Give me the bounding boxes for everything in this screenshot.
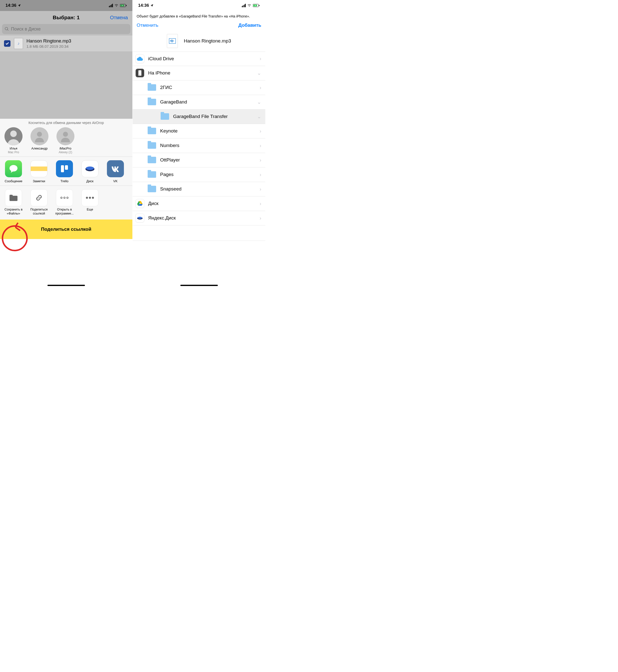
chevron-right-icon: ›: [260, 186, 261, 192]
folder-row[interactable]: OttPlayer ›: [133, 153, 265, 168]
folder-label: Pages: [160, 172, 260, 177]
action-share-link[interactable]: Поделиться ссылкой: [28, 189, 49, 216]
vk-icon: [107, 160, 124, 177]
battery-icon: [253, 4, 260, 7]
svg-point-25: [138, 217, 142, 219]
folder-icon: [5, 189, 22, 206]
folder-label: GarageBand: [160, 99, 257, 105]
cancel-button[interactable]: Отменить: [137, 22, 159, 28]
location-icon: [150, 4, 153, 7]
svg-rect-20: [259, 5, 259, 6]
contact-sub: Mac Pro: [3, 151, 24, 154]
folder-row[interactable]: Keynote ›: [133, 124, 265, 139]
share-app-vk[interactable]: VK: [105, 160, 126, 183]
folder-row[interactable]: Snapseed ›: [133, 182, 265, 196]
airdrop-contact[interactable]: iMacPro Alexey (2): [55, 127, 76, 154]
avatar-icon: [4, 127, 22, 145]
battery-icon: [120, 4, 127, 7]
share-app-notes[interactable]: Заметки: [28, 160, 49, 183]
status-bar: 14:36: [133, 0, 265, 11]
folder-icon: [147, 83, 156, 92]
cancel-button[interactable]: Отмена: [110, 15, 128, 20]
destination-notice: Объект будет добавлен в «GarageBand File…: [133, 11, 265, 21]
app-label: Диск: [80, 179, 100, 183]
svg-point-15: [86, 197, 88, 199]
share-app-trello[interactable]: Trello: [54, 160, 75, 183]
location-icloud[interactable]: iCloud Drive ›: [133, 52, 265, 66]
file-preview: Hanson Ringtone.mp3: [133, 32, 265, 52]
svg-rect-8: [61, 165, 64, 172]
icloud-icon: [136, 55, 144, 63]
file-row[interactable]: ♪ Hanson Ringtone.mp3 1.8 МБ 08.07.2019 …: [0, 35, 132, 52]
share-link-button[interactable]: Поделиться ссылкой: [0, 220, 132, 239]
svg-rect-2: [126, 5, 126, 6]
yadisk-icon: [136, 214, 144, 222]
folder-row[interactable]: GarageBand ⌄: [133, 95, 265, 109]
messages-icon: [5, 160, 22, 177]
svg-point-13: [64, 197, 65, 198]
search-input[interactable]: Поиск в Диске: [2, 24, 130, 34]
folder-icon: [147, 98, 156, 106]
yadisk-icon: [82, 160, 98, 177]
airdrop-contact[interactable]: Александр: [29, 127, 50, 154]
folder-row-selected[interactable]: GarageBand File Transfer ⌄: [133, 109, 265, 124]
svg-point-11: [86, 167, 94, 170]
chevron-right-icon: ›: [260, 201, 261, 206]
svg-point-23: [140, 75, 140, 76]
svg-point-6: [63, 132, 68, 137]
contact-name: Илья: [3, 147, 24, 151]
signal-icon: [242, 4, 246, 7]
action-label: Еще: [80, 208, 100, 212]
notes-icon: [30, 160, 47, 177]
phone-icon: [136, 69, 144, 77]
action-more[interactable]: Еще: [80, 189, 100, 216]
action-save-to-files[interactable]: Сохранить в «Файлы»: [3, 189, 24, 216]
chevron-right-icon: ›: [260, 56, 261, 62]
chevron-down-icon: ⌄: [257, 113, 261, 119]
folder-row[interactable]: Pages ›: [133, 168, 265, 182]
location-on-iphone[interactable]: На iPhone ⌄: [133, 66, 265, 81]
home-indicator[interactable]: [47, 285, 85, 286]
svg-point-5: [37, 132, 42, 137]
location-gdrive[interactable]: Диск ›: [133, 196, 265, 211]
folder-icon: [147, 127, 156, 135]
contact-name: iMacPro: [55, 147, 76, 151]
folder-icon: [161, 112, 169, 121]
contact-sub: Alexey (2): [55, 151, 76, 154]
home-indicator[interactable]: [180, 285, 218, 286]
trello-icon: [56, 160, 73, 177]
audio-file-icon: ♪: [14, 38, 23, 49]
share-app-messages[interactable]: Сообщение: [3, 160, 24, 183]
more-icon: [82, 189, 98, 206]
folder-row[interactable]: Numbers ›: [133, 139, 265, 153]
location-icon: [17, 4, 21, 7]
nav-title: Выбран: 1: [53, 14, 80, 20]
file-meta: 1.8 МБ 08.07.2019 20:34: [26, 44, 71, 49]
app-label: VK: [105, 179, 126, 183]
status-bar: 14:36: [0, 0, 132, 11]
chevron-down-icon: ⌄: [257, 70, 261, 76]
chevron-right-icon: ›: [260, 85, 261, 90]
status-time: 14:36: [5, 3, 16, 8]
checkbox-checked-icon[interactable]: [4, 40, 10, 47]
folder-icon: [147, 141, 156, 150]
chevron-right-icon: ›: [260, 157, 261, 163]
svg-point-12: [61, 197, 62, 198]
folder-label: Keynote: [160, 128, 260, 134]
folder-label: GarageBand File Transfer: [173, 114, 257, 119]
airdrop-contact[interactable]: Илья Mac Pro: [3, 127, 24, 154]
location-yadisk[interactable]: Яндекс.Диск ›: [133, 211, 265, 226]
more-outline-icon: [56, 189, 73, 206]
location-label: iCloud Drive: [148, 56, 260, 62]
folder-row[interactable]: 2ГИС ›: [133, 81, 265, 95]
svg-point-17: [92, 197, 94, 199]
share-app-yadisk[interactable]: Диск: [80, 160, 100, 183]
search-placeholder: Поиск в Диске: [11, 26, 41, 32]
action-open-in[interactable]: Открыть в программе...: [54, 189, 75, 216]
app-label: Trello: [54, 179, 75, 183]
location-label: Яндекс.Диск: [148, 215, 260, 221]
share-sheet: Коснитесь для обмена данными через AirDr…: [0, 119, 132, 239]
location-label: На iPhone: [148, 70, 257, 76]
add-button[interactable]: Добавить: [238, 22, 261, 28]
location-label: Диск: [148, 201, 260, 206]
